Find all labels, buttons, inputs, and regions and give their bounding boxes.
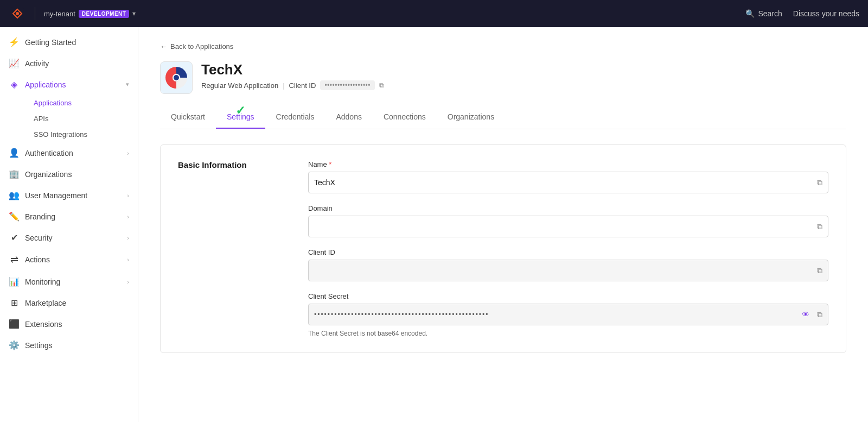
tenant-selector[interactable]: my-tenant DEVELOPMENT ▾ [44,10,136,18]
applications-submenu: Applications APIs SSO Integrations [0,95,138,142]
tab-settings[interactable]: ✓ Settings [216,107,265,129]
tab-quickstart[interactable]: Quickstart [160,107,216,129]
sidebar-item-marketplace[interactable]: ⊞ Marketplace [0,292,138,313]
sidebar-sub-item-applications[interactable]: Applications [25,95,138,111]
arrow-left-icon: ← [160,42,167,51]
app-type: Regular Web Application [201,81,278,90]
security-icon: ✔ [9,232,20,243]
copy-domain-icon[interactable]: ⧉ [817,222,822,231]
sidebar-item-label: User Management [25,191,87,200]
chevron-down-icon: ▾ [126,81,129,88]
checkmark-icon: ✓ [235,104,245,118]
basic-information-section: Basic Information Name * ⧉ [160,144,846,353]
sidebar-item-label: Organizations [25,170,72,179]
app-icon [160,61,193,94]
tab-credentials-label: Credentials [276,112,315,121]
applications-icon: ◈ [9,79,20,90]
client-secret-input-wrapper: ••••••••••••••••••••••••••••••••••••••••… [308,304,828,325]
name-field-group: Name * ⧉ [308,160,828,193]
client-id-label: Client ID [308,248,828,256]
client-id-input [314,266,813,275]
sidebar-item-authentication[interactable]: 👤 Authentication › [0,142,138,163]
main-layout: ⚡ Getting Started 📈 Activity ◈ Applicati… [0,27,868,422]
tab-addons-label: Addons [336,112,361,121]
client-secret-label: Client Secret [308,292,828,300]
app-info: TechX Regular Web Application | Client I… [201,61,384,90]
client-id-input-wrapper: ⧉ [308,260,828,281]
app-header: TechX Regular Web Application | Client I… [160,61,846,94]
back-link-label: Back to Applications [170,42,233,51]
client-secret-dots: ••••••••••••••••••••••••••••••••••••••••… [314,311,802,318]
chevron-right-icon: › [127,256,129,263]
client-secret-field-group: Client Secret ••••••••••••••••••••••••••… [308,292,828,337]
branding-icon: ✏️ [9,211,20,222]
chevron-right-icon: › [127,279,129,285]
sidebar-item-extensions[interactable]: ⬛ Extensions [0,313,138,335]
search-icon: 🔍 [745,9,755,18]
chevron-right-icon: › [127,235,129,241]
back-to-applications-link[interactable]: ← Back to Applications [160,42,846,51]
tab-connections[interactable]: Connections [373,107,437,129]
search-button[interactable]: 🔍 Search [745,9,782,18]
discuss-needs-button[interactable]: Discuss your needs [793,9,859,18]
section-title: Basic Information [178,160,265,337]
search-label: Search [758,9,782,18]
sidebar-item-activity[interactable]: 📈 Activity [0,53,138,74]
meta-divider: | [283,81,284,90]
nav-divider [35,7,35,20]
copy-secret-icon[interactable]: ⧉ [817,310,822,319]
sidebar-sub-item-apis[interactable]: APIs [25,111,138,127]
required-star: * [327,160,332,168]
tab-organizations[interactable]: Organizations [437,107,505,129]
sidebar-item-getting-started[interactable]: ⚡ Getting Started [0,32,138,53]
sidebar-item-label: Settings [25,341,53,350]
client-id-field-group: Client ID ⧉ [308,248,828,281]
tab-addons[interactable]: Addons [325,107,372,129]
sidebar-item-branding[interactable]: ✏️ Branding › [0,206,138,227]
sidebar-item-label: Marketplace [25,299,66,307]
copy-name-icon[interactable]: ⧉ [817,178,822,187]
chevron-right-icon: › [127,192,129,199]
bolt-icon: ⚡ [9,37,20,47]
sidebar-item-label: Branding [25,212,55,221]
marketplace-icon: ⊞ [9,298,20,308]
domain-input-wrapper: ⧉ [308,216,828,237]
domain-input[interactable] [314,222,813,231]
tab-organizations-label: Organizations [448,112,494,121]
name-input[interactable] [314,178,813,187]
client-secret-hint: The Client Secret is not base64 encoded. [308,330,828,337]
sidebar-item-user-management[interactable]: 👥 User Management › [0,185,138,206]
toggle-secret-visibility-icon[interactable]: 👁 [802,310,809,319]
sidebar-item-label: Extensions [25,320,62,329]
svg-point-1 [16,12,19,15]
main-content: ← Back to Applications [138,27,868,422]
topnav-right: 🔍 Search Discuss your needs [745,9,859,18]
domain-label: Domain [308,204,828,212]
tab-credentials[interactable]: Credentials [265,107,326,129]
sidebar-sub-item-sso[interactable]: SSO Integrations [25,127,138,142]
sidebar-item-security[interactable]: ✔ Security › [0,227,138,248]
tab-quickstart-label: Quickstart [171,112,205,121]
client-id-label: Client ID [289,81,316,90]
extensions-icon: ⬛ [9,319,20,329]
chevron-right-icon: › [127,150,129,156]
sidebar-item-organizations[interactable]: 🏢 Organizations [0,163,138,185]
tenant-name: my-tenant [44,10,75,18]
name-label: Name * [308,160,828,168]
sidebar-item-applications[interactable]: ◈ Applications ▾ [0,74,138,95]
svg-point-4 [174,75,179,80]
domain-field-group: Domain ⧉ [308,204,828,237]
chevron-down-icon: ▾ [132,10,136,17]
user-management-icon: 👥 [9,190,20,200]
copy-client-id-icon[interactable]: ⧉ [817,266,822,275]
sidebar-item-label: Authentication [25,149,73,158]
name-input-wrapper: ⧉ [308,172,828,193]
copy-client-id-icon[interactable]: ⧉ [379,81,384,89]
sidebar-item-settings[interactable]: ⚙️ Settings [0,335,138,356]
activity-icon: 📈 [9,58,20,68]
sidebar-item-actions[interactable]: ⇌ Actions › [0,248,138,271]
sidebar-item-label: Monitoring [25,278,60,286]
chevron-right-icon: › [127,213,129,220]
settings-icon: ⚙️ [9,340,20,350]
sidebar-item-monitoring[interactable]: 📊 Monitoring › [0,271,138,292]
